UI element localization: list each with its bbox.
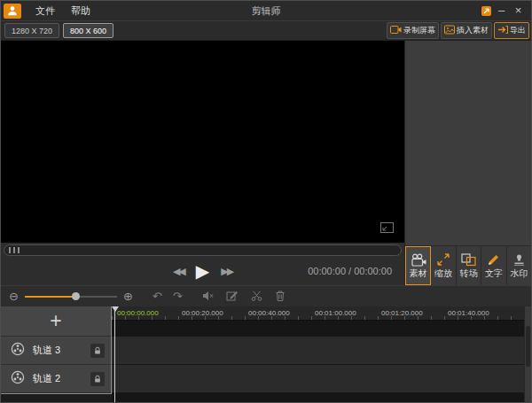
forward-button[interactable]: ▶▶ <box>221 266 232 277</box>
time-display: 00:00:00 / 00:00:00 <box>308 266 404 276</box>
window-controls: – × <box>481 4 531 18</box>
seek-handle[interactable] <box>9 247 21 253</box>
resolution-1280x720-button[interactable]: 1280 X 720 <box>4 23 59 38</box>
main-area: ◀◀ ▶ ▶▶ 00:00:00 / 00:00:00 素材 <box>1 41 531 285</box>
tab-transition-label: 转场 <box>460 267 478 280</box>
timeline-ruler[interactable]: 00:00:00.000 00:00:20.000 00:00:40.000 0… <box>112 306 524 321</box>
user-icon[interactable] <box>4 4 21 19</box>
fit-screen-icon[interactable] <box>380 221 394 236</box>
ruler-label: 00:00:20.000 <box>182 309 223 317</box>
insert-material-label: 插入素材 <box>457 25 489 36</box>
cut-button[interactable] <box>251 289 262 305</box>
tab-text-label: 文字 <box>485 267 503 280</box>
video-preview <box>1 41 404 243</box>
zoom-out-button[interactable]: ⊖ <box>9 290 19 303</box>
timeline-lane-track3[interactable] <box>112 337 524 364</box>
track-label: 轨道 3 <box>33 344 82 357</box>
undo-redo-group: ↶ ↷ <box>153 290 183 303</box>
record-screen-label: 录制屏幕 <box>403 25 435 36</box>
insert-material-icon <box>444 25 455 36</box>
delete-button[interactable] <box>275 289 286 305</box>
playhead[interactable] <box>114 306 115 402</box>
menu-file[interactable]: 文件 <box>27 1 63 20</box>
movie-camera-icon <box>411 252 426 267</box>
stamp-icon <box>512 252 526 267</box>
screen-record-icon <box>390 25 402 36</box>
film-reel-icon <box>11 342 25 360</box>
close-button[interactable]: × <box>512 4 525 18</box>
person-icon <box>7 5 18 16</box>
timeline-scrollbar[interactable] <box>524 306 531 402</box>
track-row-2[interactable]: 轨道 2 <box>1 365 111 393</box>
timeline-lane-track2[interactable] <box>112 365 524 392</box>
track-area: 00:00:00.000 00:00:20.000 00:00:40.000 0… <box>112 306 524 402</box>
insert-material-button[interactable]: 插入素材 <box>441 22 492 39</box>
toolbar: 1280 X 720 800 X 600 录制屏幕 插入素材 导出 <box>1 20 531 41</box>
preview-column: ◀◀ ▶ ▶▶ 00:00:00 / 00:00:00 <box>1 41 404 285</box>
panel-tabbar: 素材 缩放 转场 文字 <box>405 245 531 285</box>
timeline-zoom-slider[interactable] <box>25 292 117 300</box>
ruler-label: 00:01:40.000 <box>448 309 489 317</box>
minimize-button[interactable]: – <box>495 4 508 18</box>
tab-material[interactable]: 素材 <box>405 246 431 285</box>
redo-button[interactable]: ↷ <box>173 290 183 303</box>
expand-arrows-icon <box>436 252 450 267</box>
skin-switch-icon[interactable] <box>481 6 491 16</box>
clip-edit-group <box>202 289 286 305</box>
right-panel: 素材 缩放 转场 文字 <box>404 41 531 285</box>
tab-text[interactable]: 文字 <box>481 246 506 285</box>
play-button[interactable]: ▶ <box>196 260 209 282</box>
tab-transition[interactable]: 转场 <box>457 246 481 285</box>
transport-bar: ◀◀ ▶ ▶▶ 00:00:00 / 00:00:00 <box>1 257 404 285</box>
scrollbar-thumb[interactable] <box>526 326 530 367</box>
mute-button[interactable] <box>202 289 214 305</box>
ruler-label: 00:01:20.000 <box>381 309 423 317</box>
edit-clip-button[interactable] <box>226 289 239 305</box>
transition-frames-icon <box>461 252 476 267</box>
app-window: 文件 帮助 剪辑师 – × 1280 X 720 800 X 600 录制屏幕 … <box>0 0 532 403</box>
tab-zoom-label: 缩放 <box>434 267 452 280</box>
export-icon <box>497 25 508 36</box>
lock-icon[interactable] <box>90 372 105 386</box>
track-header-panel: + 轨道 3 轨道 2 <box>1 306 112 394</box>
track-label: 轨道 2 <box>33 372 82 385</box>
export-label: 导出 <box>510 25 526 36</box>
tab-zoom[interactable]: 缩放 <box>431 246 456 285</box>
zoom-slider-handle[interactable] <box>72 292 80 300</box>
menu-help[interactable]: 帮助 <box>63 1 98 20</box>
tab-watermark-label: 水印 <box>510 267 528 280</box>
ruler-label: 00:00:40.000 <box>248 309 290 317</box>
tab-material-label: 素材 <box>410 267 427 280</box>
pencil-icon <box>487 252 500 267</box>
film-reel-icon <box>11 370 25 388</box>
timeline: + 轨道 3 轨道 2 00:00:00.000 00:00:20.000 00… <box>1 306 531 402</box>
add-track-button[interactable]: + <box>1 306 111 337</box>
material-library-panel <box>405 41 531 245</box>
tab-watermark[interactable]: 水印 <box>507 246 531 285</box>
zoom-slider-fill <box>25 296 75 298</box>
undo-button[interactable]: ↶ <box>153 290 162 303</box>
seek-bar[interactable] <box>4 244 402 256</box>
zoom-in-button[interactable]: ⊕ <box>123 290 133 303</box>
rewind-button[interactable]: ◀◀ <box>173 266 184 277</box>
ruler-label-current: 00:00:00.000 <box>117 309 159 317</box>
timeline-toolbar: ⊖ ⊕ ↶ ↷ <box>1 285 531 306</box>
track-row-3[interactable]: 轨道 3 <box>1 337 111 365</box>
record-screen-button[interactable]: 录制屏幕 <box>387 22 439 39</box>
lock-icon[interactable] <box>90 344 105 358</box>
export-button[interactable]: 导出 <box>494 22 529 39</box>
ruler-label: 00:01:00.000 <box>315 309 356 317</box>
titlebar: 文件 帮助 剪辑师 – × <box>1 1 531 20</box>
resolution-800x600-button[interactable]: 800 X 600 <box>63 23 113 38</box>
